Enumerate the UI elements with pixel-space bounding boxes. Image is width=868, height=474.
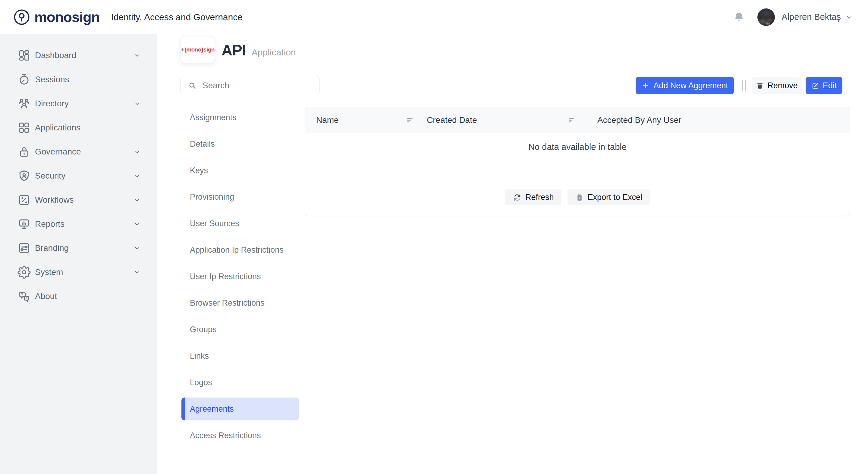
main-content: {mono}sign API Application Add New Aggre… (157, 34, 868, 474)
sidebar-item-label: Security (35, 171, 65, 181)
help-bubbles-icon: ?! (18, 290, 31, 303)
dashboard-icon (18, 49, 31, 62)
user-menu[interactable]: Alperen Bektaş (757, 8, 854, 26)
sidebar-item-reports[interactable]: Reports (0, 212, 157, 236)
search-box (181, 76, 319, 95)
lock-icon (18, 145, 31, 159)
sidebar-item-label: Sessions (35, 75, 69, 84)
wand-card-icon (18, 193, 31, 207)
column-header-name[interactable]: Name (316, 115, 427, 125)
chevron-down-icon (133, 220, 141, 228)
table-body: No data available in table Refresh x Exp… (305, 133, 849, 216)
sidebar-nav: DashboardSessionsDirectoryApplicationsGo… (0, 34, 157, 308)
sidebar-item-label: Branding (35, 243, 69, 253)
remove-label: Remove (767, 81, 798, 90)
refresh-button[interactable]: Refresh (505, 190, 562, 205)
monitor-chart-icon (18, 217, 31, 231)
sidebar-item-directory[interactable]: Directory (0, 92, 157, 116)
brand-logo: monosign (13, 9, 100, 26)
brand-tagline: Identity, Access and Governance (111, 12, 243, 22)
table-header-row: NameCreated DateAccepted By Any User (305, 107, 849, 133)
sidebar-item-system[interactable]: System (0, 260, 157, 284)
sidebar-item-about[interactable]: ?!About (0, 284, 157, 308)
sort-filter-icon (406, 116, 415, 125)
sidebar-item-label: Reports (35, 219, 64, 229)
subnav-item-user-ip-restrictions[interactable]: User Ip Restrictions (181, 263, 299, 290)
column-label: Created Date (427, 115, 477, 125)
brand-name: monosign (34, 9, 100, 25)
agreements-table-card: NameCreated DateAccepted By Any User No … (305, 107, 850, 216)
search-input[interactable] (181, 76, 319, 95)
sidebar-item-applications[interactable]: Applications (0, 116, 157, 140)
chevron-down-icon (133, 172, 141, 180)
export-to-excel-button[interactable]: x Export to Excel (567, 190, 650, 205)
plus-icon (641, 81, 650, 90)
refresh-label: Refresh (525, 193, 554, 202)
top-header: monosign Identity, Access and Governance… (0, 0, 868, 34)
sidebar-item-label: Dashboard (35, 50, 76, 60)
sort-filter-icon (567, 116, 576, 125)
monosign-app-logo: {mono}sign (181, 46, 215, 53)
trash-icon (756, 81, 764, 90)
shield-user-icon (18, 169, 31, 182)
application-logo-card: {mono}sign (181, 36, 215, 63)
monosign-keyhole-icon (13, 9, 30, 26)
sidebar-item-label: Workflows (35, 195, 74, 205)
application-name: API (221, 41, 246, 59)
gear-icon (18, 266, 31, 279)
chevron-down-icon (133, 148, 141, 156)
subnav-item-keys[interactable]: Keys (181, 157, 299, 184)
application-subnav: AssignmentsDetailsKeysProvisioningUser S… (181, 104, 299, 449)
sidebar-item-label: Directory (35, 99, 69, 108)
subnav-item-user-sources[interactable]: User Sources (181, 210, 299, 237)
subnav-item-logos[interactable]: Logos (181, 369, 299, 396)
keyhole-red-icon (181, 48, 184, 51)
subnav-item-links[interactable]: Links (181, 343, 299, 369)
sliders-card-icon (18, 241, 31, 255)
chevron-down-icon (133, 244, 141, 252)
sidebar-item-workflows[interactable]: Workflows (0, 188, 157, 212)
chevron-down-icon (133, 268, 141, 276)
subnav-item-provisioning[interactable]: Provisioning (181, 184, 299, 210)
subnav-item-groups[interactable]: Groups (181, 316, 299, 343)
page-title: API Application (221, 41, 296, 59)
subnav-item-agreements[interactable]: Agreements (181, 396, 299, 422)
edit-label: Edit (823, 81, 837, 90)
chevron-down-icon (845, 13, 854, 22)
sidebar-item-label: System (35, 267, 63, 277)
svg-text:x: x (579, 196, 581, 199)
chevron-down-icon (133, 196, 141, 204)
chevron-down-icon (133, 52, 141, 59)
sidebar-item-branding[interactable]: Branding (0, 236, 157, 260)
sidebar-item-sessions[interactable]: Sessions (0, 67, 157, 92)
subnav-item-details[interactable]: Details (181, 131, 299, 157)
subnav-item-browser-restrictions[interactable]: Browser Restrictions (181, 290, 299, 316)
add-new-agreement-label: Add New Aggrement (653, 81, 728, 90)
refresh-icon (513, 193, 522, 202)
user-name: Alperen Bektaş (781, 12, 841, 22)
svg-text:?: ? (21, 293, 23, 297)
subnav-item-application-ip-restrictions[interactable]: Application Ip Restrictions (181, 237, 299, 263)
sidebar-item-label: Applications (35, 123, 81, 133)
subnav-item-assignments[interactable]: Assignments (181, 104, 299, 131)
add-new-agreement-button[interactable]: Add New Aggrement (636, 77, 734, 94)
chevron-down-icon (133, 100, 141, 107)
notifications-bell-icon[interactable] (733, 11, 745, 24)
app-logo-text: {mono}sign (184, 46, 215, 53)
export-label: Export to Excel (587, 193, 642, 202)
search-icon (188, 81, 197, 90)
remove-button[interactable]: Remove (752, 77, 802, 94)
column-header-created-date[interactable]: Created Date (427, 115, 597, 125)
subnav-item-access-restrictions[interactable]: Access Restrictions (181, 422, 299, 449)
table-empty-message: No data available in table (528, 142, 627, 152)
toolbar-separator (742, 80, 746, 91)
sidebar-item-governance[interactable]: Governance (0, 140, 157, 164)
column-header-accepted-by-any-user: Accepted By Any User (597, 115, 849, 125)
application-type-label: Application (252, 47, 296, 58)
edit-pencil-icon (811, 81, 819, 90)
sidebar-item-security[interactable]: Security (0, 164, 157, 188)
edit-button[interactable]: Edit (806, 77, 842, 94)
users-icon (18, 97, 31, 110)
sidebar-item-dashboard[interactable]: Dashboard (0, 43, 157, 67)
column-label: Name (316, 115, 339, 125)
